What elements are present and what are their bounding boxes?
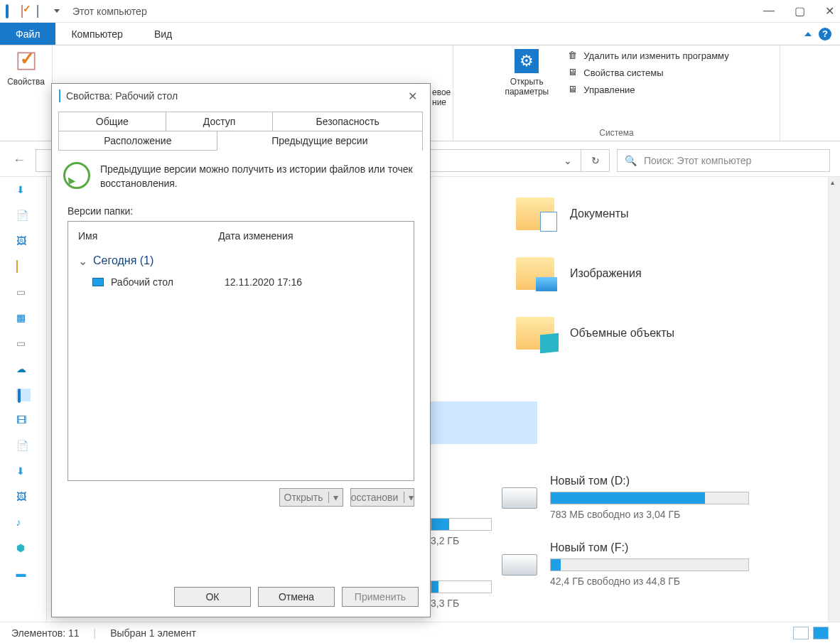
file-qat-icon[interactable] (37, 6, 48, 17)
dialog-close-button[interactable]: ✕ (402, 87, 423, 106)
col-name[interactable]: Имя (78, 230, 97, 242)
tab-file[interactable]: Файл (0, 23, 55, 45)
sidebar-downloads-icon[interactable]: ⬇ (16, 184, 31, 197)
ribbon-tabs: Файл Компьютер Вид ? (0, 23, 840, 45)
uninstall-label: Удалить или изменить программу (583, 50, 728, 61)
system-properties-label: Свойства системы (583, 67, 663, 78)
drive-name: Новый том (D:) (550, 475, 814, 487)
properties-button[interactable]: Свойства (1, 48, 52, 87)
uninstall-icon: 🗑 (568, 50, 579, 61)
sidebar-documents2-icon[interactable]: 📄 (16, 440, 31, 453)
drive-d[interactable]: Новый том (D:) 783 МБ свободно из 3,04 Г… (502, 475, 814, 520)
tiles-view-button[interactable] (813, 627, 829, 639)
folder-documents[interactable]: Документы (516, 184, 814, 244)
versions-label: Версии папки: (68, 205, 414, 217)
sidebar-folder-icon[interactable] (16, 261, 31, 274)
folder-icon (516, 198, 554, 230)
folder-label: Документы (570, 207, 628, 220)
vertical-scrollbar[interactable] (828, 177, 840, 640)
folder-icon (516, 317, 554, 350)
sidebar-downloads2-icon[interactable]: ⬇ (16, 465, 31, 478)
manage-icon: 🖥 (568, 84, 579, 95)
open-button-label: Открыть (284, 492, 323, 503)
restore-dropdown-icon[interactable]: ▾ (404, 492, 414, 503)
manage-button[interactable]: 🖥 Управление (565, 82, 731, 97)
details-view-button[interactable] (793, 627, 809, 639)
list-group-today[interactable]: ⌄ Сегодня (1) (78, 249, 404, 274)
drive-f[interactable]: Новый том (F:) 42,4 ГБ свободно из 44,8 … (502, 541, 814, 587)
qat-dropdown-icon[interactable] (54, 9, 60, 13)
drive-usage-bar (550, 558, 749, 571)
nav-pane: ⬇ 📄 🖼 ▭ ▦ ▭ ☁ 🎞 📄 ⬇ 🖼 ♪ ⬢ ▬ (0, 177, 47, 640)
window-buttons: — ▢ ✕ (763, 4, 834, 18)
folder-pictures[interactable]: Изображения (516, 244, 814, 303)
tab-location[interactable]: Расположение (58, 131, 217, 151)
sidebar-onedrive-icon[interactable]: ☁ (16, 363, 31, 376)
sidebar-drive2-icon[interactable]: ▭ (16, 337, 31, 350)
sidebar-videos-icon[interactable]: 🎞 (16, 414, 31, 427)
history-icon (68, 162, 90, 190)
chevron-down-icon: ⌄ (78, 254, 87, 268)
ok-button[interactable]: ОК (174, 587, 251, 607)
group-label: Сегодня (1) (93, 254, 154, 267)
network-group-peek: евоение (432, 87, 451, 107)
restore-button[interactable]: осстанови ▾ (350, 488, 414, 507)
search-box[interactable]: 🔍 Поиск: Этот компьютер (617, 149, 830, 172)
dialog-titlebar: Свойства: Рабочий стол ✕ (52, 84, 430, 108)
sidebar-3d-icon[interactable]: ⬢ (16, 542, 31, 555)
tab-sharing[interactable]: Доступ (166, 112, 274, 131)
tab-previous-versions[interactable]: Предыдущие версии (217, 131, 423, 151)
sidebar-documents-icon[interactable]: 📄 (16, 210, 31, 222)
manage-label: Управление (583, 85, 635, 95)
sidebar-pictures2-icon[interactable]: 🖼 (16, 491, 31, 504)
search-icon: 🔍 (625, 155, 637, 166)
system-properties-button[interactable]: 🖥 Свойства системы (565, 65, 731, 80)
tab-security[interactable]: Безопасность (272, 112, 423, 131)
folder-icon (516, 257, 554, 290)
tab-computer[interactable]: Компьютер (55, 23, 138, 45)
back-button[interactable]: ← (10, 153, 28, 168)
versions-list[interactable]: Имя Дата изменения ⌄ Сегодня (1) Рабочий… (68, 221, 414, 481)
cancel-button[interactable]: Отмена (258, 587, 335, 607)
sidebar-apps-icon[interactable]: ▦ (16, 312, 31, 325)
status-bar: Элементов: 11 | Выбран 1 элемент (0, 622, 840, 643)
window-title: Этот компьютер (72, 6, 147, 17)
uninstall-program-button[interactable]: 🗑 Удалить или изменить программу (565, 48, 731, 63)
drive-icon (502, 487, 537, 509)
minimize-button[interactable]: — (763, 4, 775, 18)
folder-label: Объемные объекты (570, 327, 674, 340)
dialog-title: Свойства: Рабочий стол (66, 90, 178, 102)
sidebar-music-icon[interactable]: ♪ (16, 517, 31, 529)
drive-free-text: 42,4 ГБ свободно из 44,8 ГБ (550, 576, 814, 587)
tab-general[interactable]: Общие (58, 112, 166, 131)
quick-access-toolbar (6, 6, 60, 17)
dialog-footer: ОК Отмена Применить (52, 577, 430, 617)
drive-icon (502, 554, 537, 576)
status-count: Элементов: 11 (11, 627, 80, 639)
apply-button[interactable]: Применить (342, 587, 419, 607)
group-system-label: Система (599, 126, 633, 141)
refresh-button[interactable]: ↻ (581, 150, 609, 171)
sidebar-desktop-icon[interactable]: ▬ (16, 568, 31, 580)
folder-icon (59, 90, 60, 102)
sidebar-pictures-icon[interactable]: 🖼 (16, 235, 31, 248)
folder-3dobjects[interactable]: Объемные объекты (516, 303, 814, 363)
open-button[interactable]: Открыть ▾ (279, 488, 343, 507)
col-date[interactable]: Дата изменения (218, 230, 293, 242)
sidebar-thispc-icon[interactable] (16, 389, 31, 401)
tab-view[interactable]: Вид (139, 23, 188, 45)
dialog-body: Предыдущие версии можно получить из исто… (52, 151, 430, 577)
open-settings-button[interactable]: Открыть параметры (501, 48, 552, 97)
address-dropdown-icon[interactable]: ⌄ (555, 155, 581, 166)
maximize-button[interactable]: ▢ (795, 4, 805, 18)
drive-name: Новый том (F:) (550, 541, 814, 554)
list-item[interactable]: Рабочий стол 12.11.2020 17:16 (78, 274, 404, 291)
properties-button-label: Свойства (7, 77, 45, 87)
sidebar-drive-icon[interactable]: ▭ (16, 286, 31, 299)
help-icon[interactable]: ? (819, 28, 831, 40)
computer-icon (6, 6, 17, 17)
properties-qat-icon[interactable] (21, 6, 33, 17)
open-dropdown-icon[interactable]: ▾ (328, 492, 338, 503)
collapse-ribbon-icon[interactable] (804, 32, 812, 36)
close-button[interactable]: ✕ (825, 4, 834, 18)
